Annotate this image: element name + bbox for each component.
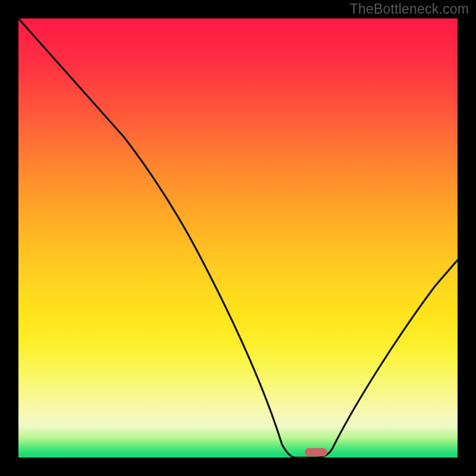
bottleneck-curve <box>18 18 458 458</box>
plot-area <box>18 18 458 458</box>
watermark-text: TheBottleneck.com <box>350 1 469 17</box>
outer-frame: TheBottleneck.com <box>0 0 476 476</box>
optimal-point-marker <box>305 448 327 456</box>
